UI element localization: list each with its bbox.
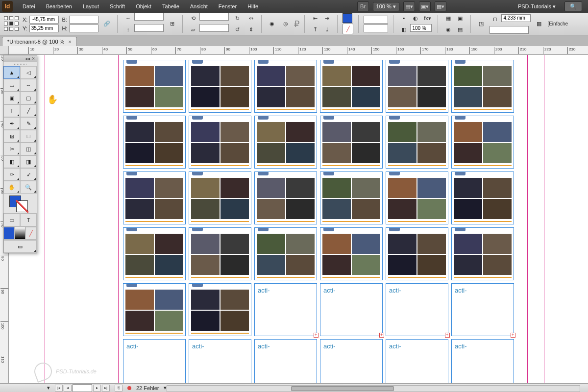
page-thumbnail[interactable] <box>320 116 383 169</box>
opacity-input[interactable] <box>410 24 432 32</box>
page-thumbnail[interactable] <box>451 60 514 113</box>
page-placeholder[interactable]: acti- <box>254 339 317 383</box>
select-prev-icon[interactable]: ⇤ <box>310 13 320 24</box>
page-placeholder[interactable]: acti- <box>189 339 251 383</box>
stroke-color[interactable]: ╱ <box>343 24 353 34</box>
rotate-input[interactable] <box>199 13 229 21</box>
tool-selection[interactable]: ▲ <box>3 66 20 79</box>
paragraph-icon[interactable]: ₽ <box>294 19 299 29</box>
tool-scissors[interactable]: ✂ <box>3 143 20 155</box>
tool-pencil[interactable]: ✎ <box>20 117 37 130</box>
page-placeholder[interactable]: acti- <box>123 339 186 383</box>
tool-zoom[interactable]: 🔍 <box>20 181 37 194</box>
arrange-icon[interactable]: ▦▾ <box>435 1 446 11</box>
search-box[interactable]: 🔍 <box>564 1 582 11</box>
select-next-icon[interactable]: ⇥ <box>321 13 332 24</box>
page-thumbnail[interactable] <box>320 60 383 113</box>
screen-mode-icon[interactable]: ▣▾ <box>419 1 431 11</box>
guide-vertical[interactable] <box>45 55 45 383</box>
page-thumbnail[interactable] <box>123 172 186 224</box>
page-placeholder[interactable]: acti- <box>451 283 514 336</box>
guide-vertical[interactable] <box>118 55 119 383</box>
page-placeholder[interactable]: acti- <box>386 283 448 336</box>
tool-gradient-swatch[interactable]: ◧ <box>3 155 20 168</box>
scrollbar-horizontal[interactable] <box>167 385 580 392</box>
scale-y-icon[interactable]: ↕ <box>122 24 133 35</box>
guide-vertical[interactable] <box>544 55 544 383</box>
tool-line[interactable]: ╱ <box>20 104 37 117</box>
x-input[interactable] <box>29 16 59 24</box>
page-placeholder[interactable]: acti- <box>451 339 514 383</box>
text-wrap-jump-icon[interactable]: ▤ <box>455 24 466 35</box>
workspace-switcher[interactable]: PSD-Tutorials ▾ <box>513 2 561 11</box>
menu-objekt[interactable]: Objekt <box>131 2 156 11</box>
y-input[interactable] <box>29 24 59 32</box>
toolbox-header[interactable]: ◂◂ × <box>3 55 37 62</box>
page-placeholder[interactable]: acti- <box>320 283 383 336</box>
container-select-icon[interactable]: ◉ <box>267 19 277 29</box>
tool-free-transform[interactable]: ◫ <box>20 143 37 155</box>
scale-y-input[interactable] <box>134 24 164 32</box>
page-thumbnail[interactable] <box>320 172 383 224</box>
page-thumbnail[interactable] <box>189 60 251 113</box>
view-options-icon[interactable]: ▤▾ <box>403 1 415 11</box>
constrain-icon[interactable]: 🔗 <box>101 19 112 29</box>
page-thumbnail[interactable] <box>189 172 251 224</box>
canvas[interactable]: acti-acti-acti-acti-acti-acti-acti-acti-… <box>9 55 588 383</box>
menu-fenster[interactable]: Fenster <box>214 2 242 11</box>
document-tab[interactable]: *Unbenannt-8 @ 100 % × <box>2 37 77 46</box>
apply-gradient-icon[interactable] <box>15 227 26 240</box>
rotate-cw-icon[interactable]: ↻ <box>232 13 243 24</box>
page-placeholder[interactable]: acti- <box>386 339 448 383</box>
page-thumbnail[interactable] <box>386 172 448 224</box>
menu-bearbeiten[interactable]: Bearbeiten <box>41 2 77 11</box>
page-number-input[interactable] <box>73 384 92 392</box>
last-page-button[interactable]: ▸| <box>102 385 110 392</box>
apply-color-icon[interactable] <box>3 227 15 240</box>
drop-shadow-icon[interactable]: ▪ <box>398 13 409 24</box>
page-thumbnail[interactable] <box>386 227 448 280</box>
guide-vertical[interactable] <box>527 55 528 383</box>
page-thumbnail[interactable] <box>123 116 186 169</box>
page-thumbnail[interactable] <box>386 116 448 169</box>
tool-rectangle-frame[interactable]: ⊠ <box>3 130 20 143</box>
ruler-horizontal[interactable]: 0102030405060708090100110120130140150160… <box>9 46 588 55</box>
close-tab-icon[interactable]: × <box>68 39 71 45</box>
open-button[interactable]: ⎘ <box>115 385 122 392</box>
tool-content-placer[interactable]: ▢ <box>20 92 37 104</box>
fill-color[interactable] <box>343 13 352 23</box>
close-icon[interactable]: × <box>32 56 35 61</box>
tool-page[interactable]: ▭ <box>3 79 20 92</box>
preflight-status[interactable]: 22 Fehler <box>136 385 159 391</box>
format-text-icon[interactable]: T <box>20 214 37 226</box>
page-thumbnail[interactable] <box>189 116 251 169</box>
text-wrap-bbox-icon[interactable]: ▣ <box>455 13 466 24</box>
w-input[interactable] <box>69 16 98 24</box>
reference-point[interactable] <box>4 16 20 32</box>
page-thumbnail[interactable] <box>386 60 448 113</box>
stroke-style-input[interactable] <box>364 24 388 32</box>
tool-gradient-feather[interactable]: ◨ <box>20 155 37 168</box>
tool-gap[interactable]: ↔ <box>20 79 37 92</box>
first-page-button[interactable]: |◂ <box>55 385 63 392</box>
frame-fitting-icon[interactable]: ▦ <box>534 19 544 29</box>
collapse-icon[interactable]: ◂◂ <box>25 56 30 61</box>
page-thumbnail[interactable] <box>254 116 317 169</box>
color-selector[interactable] <box>3 194 37 213</box>
page-placeholder[interactable]: acti- <box>254 283 317 336</box>
menu-hilfe[interactable]: Hilfe <box>243 2 263 11</box>
tool-eyedropper[interactable]: ➶ <box>20 168 37 181</box>
page-thumbnail[interactable] <box>123 283 186 336</box>
page-thumbnail[interactable] <box>189 283 251 336</box>
tool-rectangle[interactable]: □ <box>20 130 37 143</box>
tool-type[interactable]: T <box>3 104 20 117</box>
view-mode-icon[interactable]: ▭ <box>3 240 37 253</box>
next-page-button[interactable]: ▸ <box>93 385 101 392</box>
menu-layout[interactable]: Layout <box>78 2 104 11</box>
tool-hand[interactable]: ✋ <box>3 181 20 194</box>
effects-icon[interactable]: fx▾ <box>422 13 433 24</box>
tool-content-collector[interactable]: ▣ <box>3 92 20 104</box>
shear-icon[interactable]: ▱ <box>188 24 198 35</box>
page-thumbnail[interactable] <box>123 60 186 113</box>
corner-shape-input[interactable] <box>490 26 529 34</box>
